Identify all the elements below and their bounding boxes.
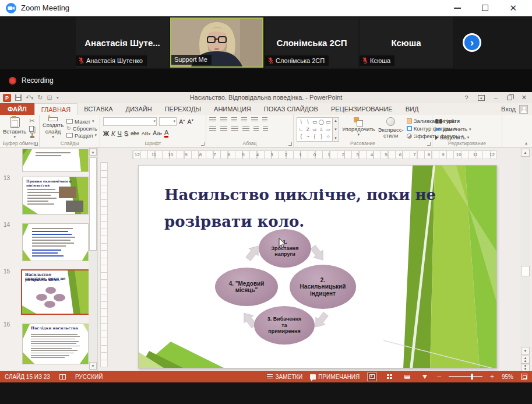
shape-glyph[interactable]: ∟ — [299, 127, 304, 132]
paste-button[interactable]: Вставить ▾ — [3, 117, 26, 139]
text-shadow-button[interactable]: S — [124, 131, 128, 137]
shapes-scroll-up-icon[interactable]: ▲ — [334, 119, 337, 122]
align-right-button[interactable] — [231, 127, 238, 132]
shape-glyph[interactable]: \ — [307, 120, 308, 125]
tab-review[interactable]: РЕЦЕНЗИРОВАНИЕ — [325, 103, 399, 115]
thumbnail-slide-13[interactable]: Прояви економічного насильства — [22, 177, 89, 215]
shape-glyph[interactable]: ▱ — [326, 127, 330, 132]
section-button[interactable]: Раздел▾ — [66, 132, 97, 139]
zoom-close-button[interactable]: ✕ — [509, 3, 517, 12]
scroll-down-button[interactable]: ▼ — [521, 347, 530, 355]
zoom-slider-thumb[interactable] — [471, 374, 473, 380]
arrange-button[interactable]: Упорядочить ▾ — [342, 117, 375, 139]
zoom-minimize-button[interactable] — [454, 8, 461, 9]
shape-glyph[interactable]: } — [320, 134, 322, 139]
ribbon-display-options-button[interactable]: ▴ — [478, 95, 485, 101]
ppt-minimize-button[interactable]: – — [494, 94, 498, 101]
thumbnail-scroll-up-button[interactable]: ▲ — [89, 148, 97, 156]
convert-smartart-button[interactable] — [263, 127, 268, 132]
tab-view[interactable]: ВИД — [399, 103, 425, 115]
cycle-stage-2[interactable]: 2. Насильницький індицент — [290, 265, 356, 309]
thumbnail-slide-14[interactable] — [22, 223, 89, 261]
columns-button[interactable] — [253, 127, 259, 132]
thumbnail-slide-15-selected[interactable]: Насильство циклічне, поки не розірвати к… — [21, 269, 90, 315]
save-button[interactable] — [15, 94, 22, 101]
shape-glyph[interactable]: ( — [300, 134, 302, 139]
ppt-restore-button[interactable] — [507, 96, 512, 100]
tab-slideshow[interactable]: ПОКАЗ СЛАЙДОВ — [258, 103, 325, 115]
increase-indent-button[interactable] — [241, 117, 247, 122]
cut-button[interactable]: ✂ — [29, 118, 36, 124]
notes-toggle[interactable]: ЗАМЕТКИ — [267, 374, 302, 380]
bold-button[interactable]: Ж — [103, 131, 109, 137]
drawing-dialog-launcher[interactable] — [427, 142, 431, 146]
redo-button[interactable]: ↻ — [37, 94, 43, 101]
participant-tile-4[interactable]: Ксюша Ксюша — [360, 17, 453, 68]
zoom-maximize-button[interactable] — [482, 5, 488, 11]
reset-button[interactable]: ↻Сбросить — [66, 125, 97, 132]
participant-tile-1[interactable]: Анастасія Шуте... Анастасія Шутенко — [76, 17, 169, 68]
language-indicator[interactable]: РУССКИЙ — [75, 374, 103, 380]
character-spacing-button[interactable]: АВ▾ — [142, 131, 151, 136]
previous-slide-button[interactable]: ▲▲ — [521, 356, 530, 364]
scroll-up-button[interactable]: ▲ — [521, 149, 530, 157]
find-button[interactable]: Найти — [435, 118, 471, 124]
tab-home[interactable]: ГЛАВНАЯ — [34, 103, 77, 115]
thumbnail-slide-12-partial[interactable] — [22, 149, 89, 172]
change-case-button[interactable]: Аа▾ — [153, 131, 162, 136]
tab-transitions[interactable]: ПЕРЕХОДЫ — [158, 103, 207, 115]
normal-view-button[interactable] — [367, 373, 377, 381]
ppt-help-button[interactable]: ? — [465, 94, 468, 101]
tab-file[interactable]: ФАЙЛ — [0, 103, 34, 115]
spell-check-icon[interactable] — [59, 374, 66, 380]
shapes-gallery[interactable]: \\▭◯▭∟Z⇨⇩▱(~{}☆ ▲ ▼ ▼ — [297, 117, 339, 139]
vertical-ruler[interactable] — [100, 162, 108, 367]
select-button[interactable]: Выделить▾ — [435, 134, 471, 140]
account-avatar-icon[interactable] — [519, 105, 528, 114]
underline-button[interactable]: Ч — [117, 131, 121, 137]
shrink-font-button[interactable]: А▾ — [187, 118, 193, 125]
clipboard-dialog-launcher[interactable] — [34, 142, 38, 146]
start-from-beginning-button[interactable]: ⊡ — [47, 94, 52, 101]
zoom-slider[interactable] — [449, 376, 482, 377]
shape-glyph[interactable]: ☆ — [326, 134, 330, 139]
tab-animations[interactable]: АНИМАЦИЯ — [207, 103, 258, 115]
font-name-combo[interactable] — [103, 117, 157, 126]
font-color-button[interactable]: А — [164, 129, 168, 138]
justify-button[interactable] — [242, 127, 249, 132]
editor-scrollbar[interactable]: ▲ ▼ ▲▲ ▼▼ — [520, 147, 530, 371]
reading-view-button[interactable] — [402, 373, 412, 381]
shapes-scroll-down-icon[interactable]: ▼ — [334, 128, 337, 131]
shapes-grid[interactable]: \\▭◯▭∟Z⇨⇩▱(~{}☆ — [297, 117, 333, 142]
paragraph-dialog-launcher[interactable] — [288, 142, 292, 146]
numbering-button[interactable] — [220, 117, 227, 122]
customize-qat-button[interactable]: ▾ — [57, 95, 59, 100]
slide-canvas[interactable]: Насильство циклічне, поки не розірвати к… — [138, 165, 497, 368]
thumbnail-scrollbar-thumb[interactable] — [89, 157, 97, 251]
font-dialog-launcher[interactable] — [201, 142, 205, 146]
bullets-button[interactable] — [209, 117, 216, 122]
shape-glyph[interactable]: ~ — [306, 134, 309, 139]
decrease-indent-button[interactable] — [231, 117, 237, 122]
copy-button[interactable] — [29, 126, 34, 132]
shape-glyph[interactable]: ▭ — [326, 120, 330, 125]
shapes-more-icon[interactable]: ▼ — [334, 136, 337, 140]
horizontal-ruler[interactable]: 1211109876543210123456789101112 — [132, 150, 497, 159]
shape-glyph[interactable]: \ — [301, 120, 302, 125]
strikethrough-button[interactable]: abc — [131, 131, 139, 136]
participant-tile-3[interactable]: Слонімська 2СП Слонімська 2СП — [265, 17, 358, 68]
cycle-stage-3[interactable]: 3. Вибачення та примирення — [254, 306, 315, 345]
next-participants-button[interactable]: › — [463, 33, 481, 52]
zoom-out-button[interactable]: – — [437, 373, 441, 380]
replace-button[interactable]: abЗаменить▾ — [435, 126, 471, 132]
layout-button[interactable]: Макет▾ — [66, 118, 97, 125]
quick-styles-button[interactable]: Экспресс-стили — [378, 117, 404, 139]
shape-glyph[interactable]: ◯ — [319, 120, 325, 125]
align-center-button[interactable] — [220, 127, 227, 132]
italic-button[interactable]: К — [111, 131, 115, 137]
comments-toggle[interactable]: ПРИМЕЧАНИЯ — [310, 374, 360, 380]
align-left-button[interactable] — [209, 127, 216, 132]
slide-sorter-view-button[interactable] — [385, 373, 394, 381]
text-direction-button[interactable] — [262, 117, 267, 122]
thumbnail-scrollbar[interactable]: ▲ ▼ — [89, 147, 97, 371]
